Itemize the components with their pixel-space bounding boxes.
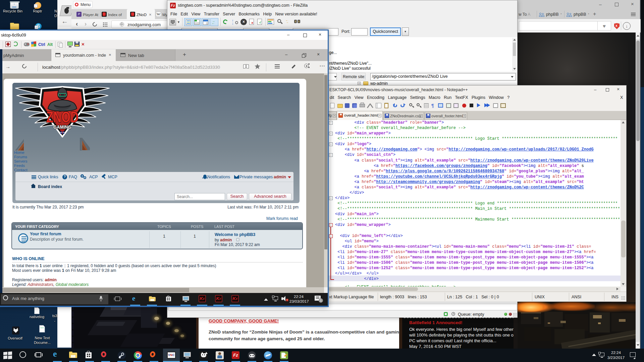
svg-text:GAMING: GAMING (53, 124, 71, 130)
svg-text:ZNOD: ZNOD (46, 108, 78, 126)
